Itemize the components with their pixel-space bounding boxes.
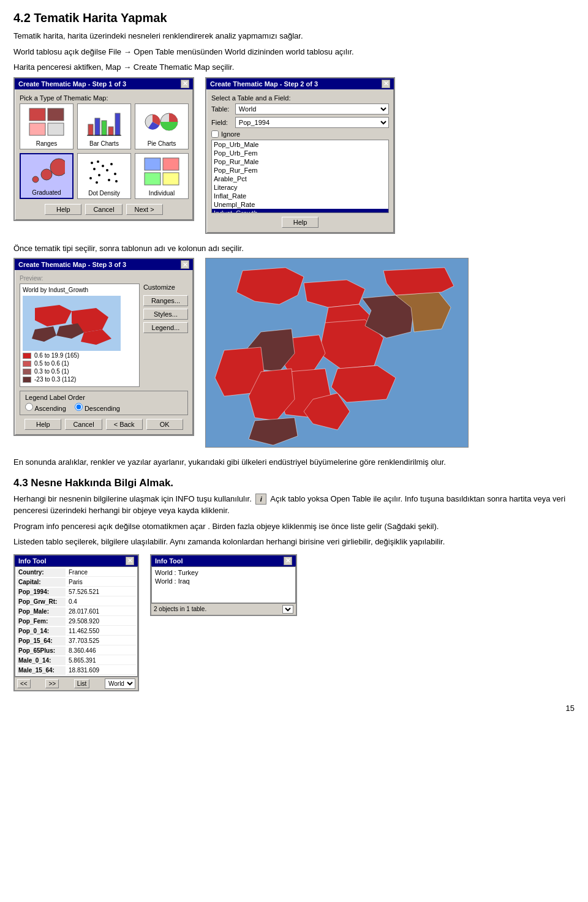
- info-label-4: Pop_Male:: [17, 607, 66, 616]
- type-individual[interactable]: Individual: [135, 153, 189, 199]
- descending-radio[interactable]: [75, 403, 83, 411]
- info-table-select[interactable]: World: [105, 678, 135, 689]
- styles-btn[interactable]: Styles...: [143, 309, 188, 320]
- type-graduated[interactable]: Graduated: [20, 153, 74, 199]
- field-row-field: Field: Pop_1994: [211, 117, 389, 128]
- info-label-8: Pop_65Plus:: [17, 647, 66, 655]
- ranges-btn[interactable]: Ranges...: [143, 295, 188, 306]
- world-list-body: World : Turkey World : Iraq 2 objects in…: [151, 566, 296, 615]
- type-bar-charts[interactable]: Bar Charts: [77, 103, 131, 149]
- info-row-2: Pop_1994: 57.526.521: [17, 588, 136, 596]
- svg-point-15: [91, 162, 93, 164]
- step2-body: Select a Table and a Field: Table: World…: [206, 89, 394, 233]
- legend-btn[interactable]: Legend...: [143, 322, 188, 333]
- info-next-btn[interactable]: >>: [45, 679, 59, 688]
- info-list-btn[interactable]: List: [74, 679, 90, 688]
- field-select[interactable]: Pop_1994: [235, 117, 389, 128]
- bar-charts-icon: [86, 107, 123, 137]
- info-value-7: 37.703.525: [67, 637, 136, 645]
- info-label-2: Pop_1994:: [17, 588, 66, 596]
- ascending-radio[interactable]: [25, 403, 33, 411]
- ranges-icon: [28, 107, 65, 137]
- legend-item-1: 0.5 to 0.6 (1): [23, 360, 137, 367]
- objects-count: 2 objects in 1 table.: [154, 606, 206, 612]
- world-objects-listbox[interactable]: World : Turkey World : Iraq: [151, 566, 296, 603]
- info-row-5: Pop_Fem: 29.508.920: [17, 617, 136, 626]
- preview-map-svg: [23, 296, 121, 351]
- field-item-2[interactable]: Pop_Rur_Male: [212, 157, 388, 166]
- table-select[interactable]: World: [235, 103, 389, 115]
- info-value-4: 28.017.601: [67, 607, 136, 616]
- info-prev-btn[interactable]: <<: [17, 679, 31, 688]
- step1-next-btn[interactable]: Next >: [126, 204, 163, 215]
- fields-listbox[interactable]: Pop_Urb_Male Pop_Urb_Fem Pop_Rur_Male Po…: [211, 140, 389, 213]
- field-item-0[interactable]: Pop_Urb_Male: [212, 140, 388, 149]
- step1-close-btn[interactable]: ✕: [181, 80, 189, 88]
- preview-map-title: World by Indust_Growth: [23, 287, 137, 293]
- step1-cancel-btn[interactable]: Cancel: [85, 204, 122, 215]
- world-list-scrollbar[interactable]: ▼: [282, 605, 293, 614]
- step3-back-btn[interactable]: < Back: [106, 419, 143, 430]
- info-row-6: Pop_0_14: 11.462.550: [17, 627, 136, 636]
- step2-close-btn[interactable]: ✕: [382, 80, 390, 88]
- step3-titlebar: Create Thematic Map - Step 3 of 3 ✕: [15, 259, 193, 270]
- graduated-label: Graduated: [32, 189, 61, 196]
- svg-point-14: [50, 159, 65, 176]
- field-item-4[interactable]: Arable_Pct: [212, 175, 388, 183]
- ignore-checkbox[interactable]: [211, 130, 219, 138]
- step2-title: Create Thematic Map - Step 2 of 3: [210, 80, 318, 88]
- type-pie-charts[interactable]: Pie Charts: [135, 103, 189, 149]
- section43-desc2-p: Program info penceresi açık değilse otom…: [13, 521, 575, 533]
- svg-point-18: [102, 165, 104, 167]
- svg-point-23: [114, 173, 116, 175]
- info-value-1: Paris: [67, 578, 136, 587]
- world-list-title: Info Tool: [155, 557, 183, 565]
- step3-cancel-btn[interactable]: Cancel: [65, 419, 102, 430]
- info-value-2: 57.526.521: [67, 588, 136, 596]
- ascending-label[interactable]: Ascending: [25, 403, 66, 412]
- step3-close-btn[interactable]: ✕: [181, 260, 189, 269]
- field-item-7[interactable]: Unempl_Rate: [212, 200, 388, 209]
- world-item-turkey[interactable]: World : Turkey: [153, 568, 294, 577]
- world-item-iraq[interactable]: World : Iraq: [153, 577, 294, 585]
- page-title: 4.2 Tematik Harita Yapmak: [13, 11, 575, 25]
- info-row-10: Male_15_64: 18.831.609: [17, 666, 136, 675]
- info-value-6: 11.462.550: [67, 627, 136, 636]
- info-value-10: 18.831.609: [67, 666, 136, 675]
- world-list-titlebar: Info Tool ✕: [151, 555, 296, 566]
- pie-charts-icon: [143, 107, 180, 137]
- step1-help-btn[interactable]: Help: [45, 204, 81, 215]
- legend-color-0: [23, 353, 31, 359]
- pie-charts-label: Pie Charts: [148, 140, 176, 147]
- svg-point-21: [89, 177, 92, 179]
- svg-point-20: [106, 169, 108, 171]
- preview-label: Preview:: [20, 275, 188, 282]
- world-list-close-btn[interactable]: ✕: [284, 557, 292, 565]
- step3-help-btn[interactable]: Help: [24, 419, 61, 430]
- step-desc-paragraph: Önce tematik tipi seçilir, sonra tablonu…: [13, 242, 575, 255]
- step1-title: Create Thematic Map - Step 1 of 3: [18, 80, 126, 88]
- legend-range-0: 0.6 to 19.9 (165): [34, 352, 79, 359]
- descending-label[interactable]: Descending: [75, 403, 120, 412]
- legend-range-1: 0.5 to 0.6 (1): [34, 360, 69, 367]
- info-icon: i: [255, 494, 266, 505]
- type-dot-density[interactable]: Dot Density: [77, 153, 131, 199]
- field-item-1[interactable]: Pop_Urb_Fem: [212, 149, 388, 157]
- info-value-9: 5.865.391: [67, 656, 136, 665]
- field-item-3[interactable]: Pop_Rur_Fem: [212, 166, 388, 175]
- type-ranges[interactable]: Ranges: [20, 103, 74, 149]
- step3-ok-btn[interactable]: OK: [146, 419, 183, 430]
- legend-range-2: 0.3 to 0.5 (1): [34, 368, 69, 375]
- field-item-8[interactable]: Indust_Growth: [212, 209, 388, 213]
- info-tool-body: Country: France Capital: Paris Pop_1994:…: [15, 566, 138, 690]
- step2-buttons: Help: [211, 217, 389, 228]
- info-value-3: 0.4: [67, 598, 136, 606]
- field-item-6[interactable]: Inflat_Rate: [212, 192, 388, 200]
- step2-help-btn[interactable]: Help: [282, 217, 318, 228]
- individual-icon: [143, 156, 180, 187]
- dot-density-label: Dot Density: [88, 190, 120, 197]
- field-item-5[interactable]: Literacy: [212, 183, 388, 192]
- info-tool-close-btn[interactable]: ✕: [126, 557, 134, 565]
- step1-step2-row: Create Thematic Map - Step 1 of 3 ✕ Pick…: [13, 77, 575, 234]
- world-map-svg: [206, 258, 469, 448]
